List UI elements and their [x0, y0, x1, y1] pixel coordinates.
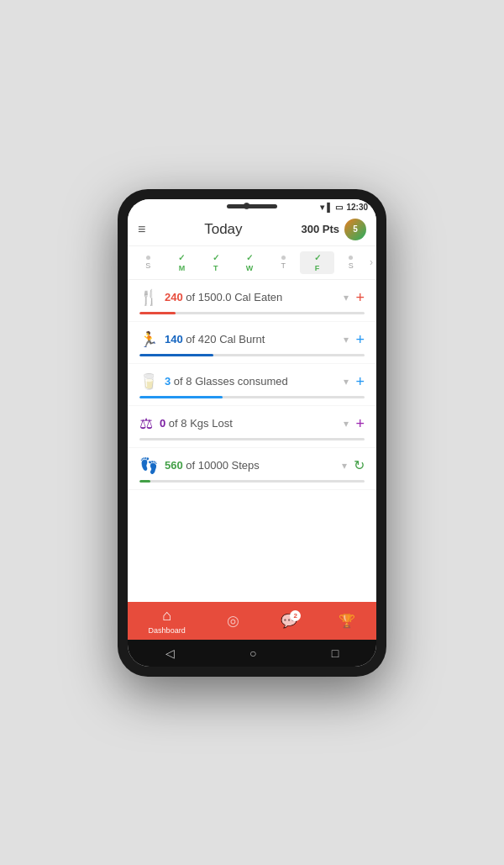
tracker-actions: ▾ + [344, 332, 365, 347]
steps-text: 560 of 10000 Steps [165, 459, 260, 472]
battery-icon: ▭ [335, 203, 343, 212]
tracker-kgs-lost: ⚖ 0 of 8 Kgs Lost ▾ + [128, 406, 376, 448]
tracker-header: 👣 560 of 10000 Steps ▾ ↻ [139, 456, 365, 475]
tracker-info: ⚖ 0 of 8 Kgs Lost [139, 414, 233, 433]
messages-badge: 2 [290, 610, 301, 621]
tracker-calories-eaten: 🍴 240 of 1500.0 Cal Eaten ▾ + [128, 280, 376, 322]
signal-icon: ▌ [327, 203, 333, 212]
day-thursday[interactable]: T [266, 256, 300, 270]
calories-eaten-current: 240 [165, 291, 183, 303]
tracker-info: 🥛 3 of 8 Glasses consumed [139, 372, 288, 391]
day-dot [349, 256, 353, 260]
goals-icon: ◎ [227, 612, 239, 630]
tracker-header: 🏃 140 of 420 Cal Burnt ▾ + [139, 330, 365, 349]
wifi-icon: ▾ [320, 203, 324, 212]
page-title: Today [204, 221, 242, 238]
points-display: 300 Pts [301, 223, 339, 235]
add-calories-burnt-button[interactable]: + [355, 332, 365, 347]
day-dot [146, 256, 150, 260]
refresh-steps-button[interactable]: ↻ [354, 457, 365, 473]
recent-button[interactable]: □ [332, 646, 339, 660]
chevron-right-icon[interactable]: › [370, 256, 373, 268]
system-nav: ◁ ○ □ [128, 640, 376, 667]
home-icon: ⌂ [162, 607, 171, 625]
add-kgs-button[interactable]: + [355, 416, 365, 431]
glasses-progress-bg [139, 396, 365, 398]
calories-burnt-text: 140 of 420 Cal Burnt [165, 333, 265, 345]
calories-eaten-progress-fill [139, 312, 176, 314]
calories-eaten-goal: 1500.0 [198, 291, 232, 303]
calories-eaten-progress-bg [139, 312, 365, 314]
day-selector: S ✓ M ✓ T ✓ W T ✓ F [128, 246, 376, 280]
day-wednesday[interactable]: ✓ W [233, 253, 266, 272]
tracker-info: 🏃 140 of 420 Cal Burnt [139, 330, 265, 349]
nav-goals[interactable]: ◎ [227, 612, 239, 630]
nav-trophy[interactable]: 🏆 [339, 613, 355, 629]
top-right-section: 300 Pts 5 [301, 219, 366, 240]
fork-icon: 🍴 [139, 288, 158, 307]
steps-goal: 10000 [198, 459, 228, 472]
steps-current: 560 [165, 459, 183, 472]
tracker-glasses: 🥛 3 of 8 Glasses consumed ▾ + [128, 364, 376, 406]
glasses-text: 3 of 8 Glasses consumed [165, 375, 288, 388]
weight-icon: ⚖ [139, 414, 153, 433]
dropdown-icon[interactable]: ▾ [344, 292, 349, 303]
tracker-info: 👣 560 of 10000 Steps [139, 456, 260, 475]
steps-icon: 👣 [139, 456, 158, 475]
tracker-header: ⚖ 0 of 8 Kgs Lost ▾ + [139, 414, 365, 433]
main-content: 🍴 240 of 1500.0 Cal Eaten ▾ + [128, 280, 376, 602]
calories-burnt-progress-fill [139, 354, 213, 356]
phone-screen: ▾ ▌ ▭ 12:30 ≡ Today 300 Pts 5 S [128, 199, 376, 667]
tracker-calories-burnt: 🏃 140 of 420 Cal Burnt ▾ + [128, 322, 376, 364]
dropdown-icon[interactable]: ▾ [344, 334, 349, 345]
tracker-info: 🍴 240 of 1500.0 Cal Eaten [139, 288, 282, 307]
calories-burnt-progress-bg [139, 354, 365, 356]
back-button[interactable]: ◁ [165, 646, 175, 660]
status-time: 12:30 [346, 203, 368, 212]
calories-eaten-text: 240 of 1500.0 Cal Eaten [165, 291, 282, 303]
day-saturday[interactable]: S [334, 256, 368, 270]
trophy-icon: 🏆 [339, 613, 355, 629]
tracker-actions: ▾ ↻ [342, 457, 365, 473]
day-tuesday[interactable]: ✓ T [199, 253, 233, 272]
dropdown-icon[interactable]: ▾ [344, 376, 349, 388]
calories-burnt-current: 140 [165, 333, 183, 345]
steps-progress-bg [139, 480, 365, 483]
tracker-actions: ▾ + [344, 374, 365, 389]
steps-progress-fill [139, 480, 150, 483]
nav-dashboard[interactable]: ⌂ Dashboard [149, 607, 186, 635]
tracker-steps: 👣 560 of 10000 Steps ▾ ↻ [128, 448, 376, 490]
top-bar: ≡ Today 300 Pts 5 [128, 214, 376, 246]
nav-dashboard-label: Dashboard [149, 626, 186, 635]
avatar[interactable]: 5 [344, 219, 366, 240]
day-friday[interactable]: ✓ F [300, 251, 333, 274]
kgs-progress-bg [139, 438, 365, 440]
dropdown-icon[interactable]: ▾ [342, 460, 347, 472]
day-sunday[interactable]: S [131, 256, 165, 270]
tracker-header: 🥛 3 of 8 Glasses consumed ▾ + [139, 372, 365, 391]
glasses-current: 3 [165, 375, 171, 388]
tracker-actions: ▾ + [344, 416, 365, 431]
day-monday[interactable]: ✓ M [165, 253, 198, 272]
tracker-header: 🍴 240 of 1500.0 Cal Eaten ▾ + [139, 288, 365, 307]
kgs-text: 0 of 8 Kgs Lost [160, 417, 233, 430]
nav-messages[interactable]: 💬 2 [281, 613, 297, 629]
add-glasses-button[interactable]: + [355, 374, 365, 389]
phone-speaker [227, 204, 277, 208]
status-icons: ▾ ▌ ▭ [320, 203, 343, 212]
run-icon: 🏃 [139, 330, 158, 349]
menu-button[interactable]: ≡ [138, 222, 145, 237]
glass-icon: 🥛 [139, 372, 158, 391]
bottom-nav: ⌂ Dashboard ◎ 💬 2 🏆 [128, 602, 376, 640]
home-button[interactable]: ○ [249, 646, 256, 660]
phone-frame: ▾ ▌ ▭ 12:30 ≡ Today 300 Pts 5 S [118, 189, 386, 677]
dropdown-icon[interactable]: ▾ [344, 418, 349, 430]
add-calories-eaten-button[interactable]: + [355, 290, 365, 305]
kgs-current: 0 [160, 417, 165, 430]
kgs-goal: 8 [181, 417, 186, 430]
glasses-goal: 8 [186, 375, 192, 388]
day-dot [281, 256, 286, 260]
glasses-progress-fill [139, 396, 223, 398]
calories-burnt-goal: 420 [198, 333, 217, 345]
tracker-actions: ▾ + [344, 290, 365, 305]
